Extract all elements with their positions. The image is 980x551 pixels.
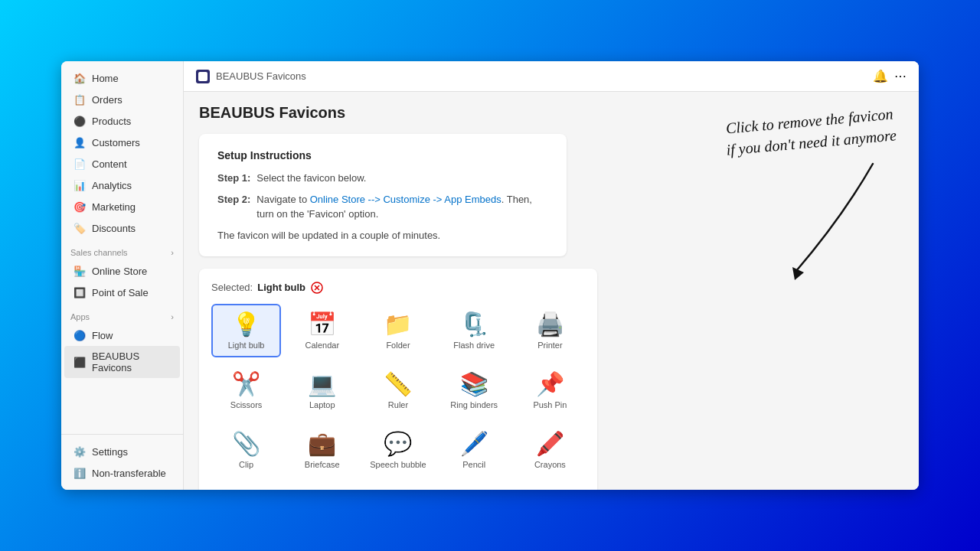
main-content: BEAUBUS Favicons 🔔 ⋯ BEAUBUS Favicons Cl… [184, 61, 919, 490]
customers-icon: 👤 [74, 136, 86, 148]
step-1-text: Select the favicon below. [256, 171, 366, 186]
light-bulb-emoji: 💡 [232, 313, 260, 336]
ring-binders-emoji: 📚 [460, 373, 488, 396]
page-title: BEAUBUS Favicons [199, 104, 903, 122]
sidebar-item-point-of-sale[interactable]: 🔲Point of Sale [64, 282, 180, 303]
sidebar-item-label: Online Store [92, 266, 147, 277]
point-of-sale-icon: 🔲 [74, 286, 86, 298]
more-button[interactable]: ⋯ [894, 69, 906, 83]
sidebar-item-flow[interactable]: 🔵Flow [64, 324, 180, 346]
sidebar-item-non-transferable[interactable]: ℹ️Non-transferable [64, 462, 180, 484]
main-nav: 🏠Home📋Orders⚫Products👤Customers📄Content📊… [61, 67, 183, 239]
favicon-item-ruler[interactable]: 📏 Ruler [363, 364, 433, 417]
favicon-item-printer[interactable]: 🖨️ Printer [515, 304, 585, 357]
favicon-item-speech-bubble[interactable]: 💬 Speech bubble [363, 423, 433, 477]
clip-emoji: 📎 [232, 432, 260, 455]
remove-favicon-button[interactable] [310, 281, 324, 295]
marketing-icon: 🎯 [74, 201, 86, 213]
favicon-item-scissors[interactable]: ✂️ Scissors [211, 364, 281, 417]
sidebar-item-label: Point of Sale [92, 287, 149, 298]
content-area: BEAUBUS Favicons Click to remove the fav… [184, 92, 919, 490]
favicon-item-light-bulb[interactable]: 💡 Light bulb [211, 304, 281, 357]
light-bulb-label: Light bulb [228, 341, 265, 350]
pencil-emoji: 🖊️ [460, 432, 488, 455]
home-icon: 🏠 [74, 72, 86, 84]
favicon-item-lightning[interactable]: ⚡ [439, 483, 509, 491]
apps-section: Apps › 🔵Flow⬛BEAUBUS Favicons [61, 306, 183, 378]
speech-bubble-emoji: 💬 [384, 432, 412, 455]
laptop-label: Laptop [309, 400, 335, 409]
push-pin-emoji: 📌 [536, 373, 564, 396]
ruler-emoji: 📏 [384, 373, 412, 396]
step-1: Step 1: Select the favicon below. [217, 171, 548, 186]
folder-emoji: 📁 [384, 313, 412, 336]
briefcase-label: Briefcase [305, 460, 340, 469]
push-pin-label: Push Pin [533, 400, 567, 409]
sidebar-item-label: BEAUBUS Favicons [92, 350, 171, 373]
orders-icon: 📋 [74, 93, 86, 106]
content-icon: 📄 [74, 158, 86, 170]
expand-icon: › [171, 312, 174, 321]
sales-channels-label: Sales channels › [61, 242, 183, 260]
favicon-item-keyboard[interactable]: ⌨️ [211, 483, 281, 491]
favicon-item-calendar[interactable]: 📅 Calendar [287, 304, 357, 357]
analytics-icon: 📊 [74, 179, 86, 191]
speech-bubble-label: Speech bubble [370, 460, 426, 469]
sidebar-item-label: Analytics [92, 180, 132, 191]
favicon-item-briefcase[interactable]: 💼 Briefcase [287, 423, 357, 477]
flow-icon: 🔵 [74, 329, 86, 341]
products-icon: ⚫ [74, 115, 86, 127]
favicon-item-flash-drive[interactable]: 🗜️ Flash drive [439, 304, 509, 357]
online-store-icon: 🏪 [74, 265, 86, 277]
sidebar-item-customers[interactable]: 👤Customers [64, 132, 180, 153]
sidebar-item-analytics[interactable]: 📊Analytics [64, 174, 180, 196]
setup-card: Setup Instructions Step 1: Select the fa… [199, 134, 567, 256]
favicon-item-blank[interactable]: ⬜ [515, 483, 585, 491]
sidebar-item-content[interactable]: 📄Content [64, 153, 180, 174]
arrow-svg [750, 156, 903, 294]
flash-drive-label: Flash drive [453, 341, 495, 350]
expand-icon: › [171, 248, 174, 257]
sidebar-item-beaubus-favicons[interactable]: ⬛BEAUBUS Favicons [64, 346, 180, 378]
sidebar-item-products[interactable]: ⚫Products [64, 110, 180, 132]
sidebar-item-label: Flow [92, 330, 113, 341]
clip-label: Clip [239, 460, 253, 469]
favicon-grid: 💡 Light bulb 📅 Calendar 📁 Folder 🗜️ Flas… [211, 304, 585, 491]
sidebar-item-home[interactable]: 🏠Home [64, 67, 180, 89]
svg-marker-1 [792, 267, 804, 280]
favicon-item-teal-square[interactable]: 🟦 [363, 483, 433, 491]
favicon-item-crayons[interactable]: 🖍️ Crayons [515, 423, 585, 477]
ring-binders-label: Ring binders [450, 400, 498, 409]
app-window: 🏠Home📋Orders⚫Products👤Customers📄Content📊… [61, 61, 919, 490]
flash-drive-emoji: 🗜️ [460, 313, 488, 336]
step-2-label: Step 2: [217, 192, 250, 222]
setup-note: The favicon will be updated in a couple … [217, 230, 548, 241]
favicon-item-folder[interactable]: 📁 Folder [363, 304, 433, 357]
favicon-item-pencil[interactable]: 🖊️ Pencil [439, 423, 509, 477]
sidebar-item-marketing[interactable]: 🎯Marketing [64, 196, 180, 217]
sidebar-item-settings[interactable]: ⚙️Settings [64, 441, 180, 462]
sidebar-item-online-store[interactable]: 🏪Online Store [64, 260, 180, 282]
top-bar-left: BEAUBUS Favicons [196, 70, 306, 83]
sidebar-item-discounts[interactable]: 🏷️Discounts [64, 217, 180, 239]
laptop-emoji: 💻 [308, 373, 336, 396]
step-1-label: Step 1: [217, 171, 250, 186]
notification-button[interactable]: 🔔 [873, 69, 888, 83]
sidebar-item-label: Non-transferable [92, 468, 166, 479]
sales-channels-section: Sales channels › 🏪Online Store🔲Point of … [61, 242, 183, 303]
favicon-item-push-pin[interactable]: 📌 Push Pin [515, 364, 585, 417]
step-2: Step 2: Navigate to Online Store --> Cus… [217, 192, 548, 222]
app-embeds-link[interactable]: Online Store --> Customize -> App Embeds [310, 194, 501, 205]
favicon-item-palette[interactable]: 🎨 [287, 483, 357, 491]
sidebar-item-orders[interactable]: 📋Orders [64, 89, 180, 110]
sidebar-item-label: Orders [92, 94, 122, 106]
printer-label: Printer [537, 341, 562, 350]
favicon-item-laptop[interactable]: 💻 Laptop [287, 364, 357, 417]
sidebar-item-label: Content [92, 158, 127, 170]
crayons-label: Crayons [534, 460, 566, 469]
favicon-item-ring-binders[interactable]: 📚 Ring binders [439, 364, 509, 417]
svg-rect-0 [198, 72, 207, 81]
apps-label: Apps › [61, 306, 183, 324]
favicon-item-clip[interactable]: 📎 Clip [211, 423, 281, 477]
pencil-label: Pencil [462, 460, 485, 469]
